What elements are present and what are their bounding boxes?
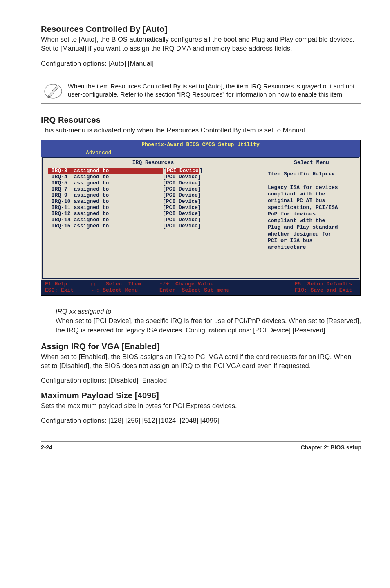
bios-irq-label: IRQ-5 assigned to xyxy=(48,180,163,186)
bios-irq-label: IRQ-4 assigned to xyxy=(48,174,163,180)
bios-key-save-exit: F10: Save and Exit xyxy=(266,287,356,293)
bios-key-change-value: -/+: Change Value xyxy=(159,281,266,287)
bios-irq-row[interactable]: IRQ-5 assigned to [PCI Device] xyxy=(48,180,264,186)
bios-irq-value: [PCI Device] xyxy=(163,180,201,186)
bios-irq-row[interactable]: IRQ-4 assigned to [PCI Device] xyxy=(48,174,264,180)
bios-irq-row[interactable]: IRQ-15 assigned to [PCI Device] xyxy=(48,223,264,229)
text-irqres-body: This sub-menu is activated only when the… xyxy=(41,126,361,135)
bios-irq-row[interactable]: IRQ-9 assigned to [PCI Device] xyxy=(48,192,264,198)
bios-help-line: compliant with the xyxy=(268,218,355,224)
bios-title: Phoenix-Award BIOS CMOS Setup Utility xyxy=(41,140,360,149)
bios-tab-row: Advanced xyxy=(41,149,360,157)
bios-help-title: Select Menu xyxy=(264,158,359,168)
bios-help-line: original PC AT bus xyxy=(268,197,355,204)
bios-key-select-submenu: Enter: Select Sub-menu xyxy=(159,287,266,293)
bios-irq-value: [PCI Device] xyxy=(163,211,201,217)
text-rcb-body: When set to [Auto], the BIOS automatical… xyxy=(41,35,361,53)
pencil-icon xyxy=(41,81,65,100)
bios-irq-label: IRQ-7 assigned to xyxy=(48,186,163,192)
bios-help-panel: Select Menu Item Specific Help▸▸▸ Legacy… xyxy=(264,157,359,279)
bios-help-line xyxy=(268,178,355,184)
bios-key-select-item: ↑↓ : Select Item xyxy=(90,281,159,287)
bios-irq-label: IRQ-11 assigned to xyxy=(48,204,163,211)
bios-irq-value: [PCI Device] xyxy=(163,217,201,223)
bios-irq-value: [PCI Device] xyxy=(163,174,201,180)
bios-irq-value: [PCI Device] xyxy=(163,168,203,174)
heading-assign-irq-vga: Assign IRQ for VGA [Enabled] xyxy=(41,342,361,351)
bios-screen: Phoenix-Award BIOS CMOS Setup Utility Ad… xyxy=(41,140,361,296)
bios-irq-value: [PCI Device] xyxy=(163,186,201,192)
chapter-label: Chapter 2: BIOS setup xyxy=(300,444,361,451)
bios-help-line: Item Specific Help▸▸▸ xyxy=(268,171,355,177)
bios-irq-label: IRQ-14 assigned to xyxy=(48,217,163,223)
bios-irq-value: [PCI Device] xyxy=(163,192,201,198)
note-text: When the item Resources Controlled By is… xyxy=(65,81,361,100)
bios-help-line: whether designed for xyxy=(268,231,355,238)
bios-help-line: architecture xyxy=(268,244,355,251)
page-number: 2-24 xyxy=(41,444,52,451)
page-footer: 2-24 Chapter 2: BIOS setup xyxy=(41,441,361,451)
bios-irq-row[interactable]: IRQ-11 assigned to [PCI Device] xyxy=(48,204,264,211)
text-irqxx-body: When set to [PCI Device], the specific I… xyxy=(56,316,361,334)
bios-key-select-menu: →←: Select Menu xyxy=(90,287,159,293)
text-assignvga-opts: Configuration options: [Disabled] [Enabl… xyxy=(41,376,361,385)
bios-irq-row[interactable]: IRQ-7 assigned to [PCI Device] xyxy=(48,186,264,192)
bios-irq-label: IRQ-10 assigned to xyxy=(48,198,163,204)
bios-irq-value: [PCI Device] xyxy=(163,204,201,211)
heading-max-payload: Maximum Payload Size [4096] xyxy=(41,391,361,400)
bios-irq-row[interactable]: IRQ-10 assigned to [PCI Device] xyxy=(48,198,264,204)
bios-irq-label: IRQ-12 assigned to xyxy=(48,211,163,217)
bios-key-exit: ESC: Exit xyxy=(45,287,90,293)
bios-footer: F1:Help ↑↓ : Select Item -/+: Change Val… xyxy=(41,280,360,295)
bios-key-setup-defaults: F5: Setup Defaults xyxy=(266,281,356,287)
bios-irq-value: [PCI Device] xyxy=(163,198,201,204)
heading-irq-resources: IRQ Resources xyxy=(41,115,361,125)
bios-help-line: Plug and Play standard xyxy=(268,224,355,231)
bios-irq-label: IRQ-15 assigned to xyxy=(48,223,163,229)
note-box: When the item Resources Controlled By is… xyxy=(41,78,361,104)
bios-help-line: PCI or ISA bus xyxy=(268,238,355,244)
text-assignvga-body: When set to [Enabled], the BIOS assigns … xyxy=(41,352,361,370)
bios-irq-label: IRQ-9 assigned to xyxy=(48,192,163,198)
bios-irq-value: [PCI Device] xyxy=(163,223,201,229)
bios-help-line: PnP for devices xyxy=(268,211,355,218)
text-maxpayload-opts: Configuration options: [128] [256] [512]… xyxy=(41,416,361,425)
bios-irq-row[interactable]: IRQ-3 assigned to [PCI Device] xyxy=(48,168,264,174)
bios-help-line: compliant with the xyxy=(268,191,355,197)
heading-irq-xx: IRQ-xx assigned to xyxy=(56,308,361,315)
bios-irq-row[interactable]: IRQ-12 assigned to [PCI Device] xyxy=(48,211,264,217)
bios-help-line: specification, PCI/ISA xyxy=(268,204,355,211)
text-rcb-opts: Configuration options: [Auto] [Manual] xyxy=(41,59,361,68)
bios-left-panel: IRQ Resources IRQ-3 assigned to [PCI Dev… xyxy=(42,157,264,279)
bios-key-help: F1:Help xyxy=(45,281,90,287)
bios-irq-row[interactable]: IRQ-14 assigned to [PCI Device] xyxy=(48,217,264,223)
bios-irq-label: IRQ-3 assigned to xyxy=(48,168,163,174)
bios-help-line: Legacy ISA for devices xyxy=(268,184,355,191)
heading-resources-controlled-by: Resources Controlled By [Auto] xyxy=(41,25,361,34)
bios-panel-title: IRQ Resources xyxy=(43,158,264,168)
text-maxpayload-body: Sets the maximum payload size in bytes f… xyxy=(41,401,361,410)
bios-tab-advanced[interactable]: Advanced xyxy=(86,150,111,156)
